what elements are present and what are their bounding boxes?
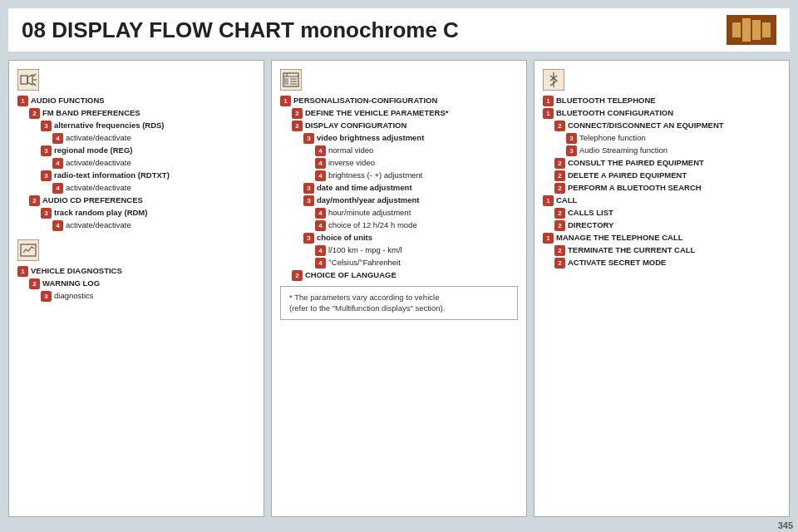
level-badge: 2 xyxy=(554,121,565,131)
level-badge: 2 xyxy=(29,278,40,289)
content-area: 1AUDIO FUNCTIONS2FM BAND PREFERENCES3alt… xyxy=(8,60,790,517)
icon-bar-1 xyxy=(732,22,741,37)
panel-middle: 1PERSONALISATION-CONFIGURATION2DEFINE TH… xyxy=(271,60,527,517)
list-item: 1VEHICLE DIAGNOSTICS xyxy=(17,266,255,277)
item-label: CONSULT THE PAIRED EQUIPMENT xyxy=(568,158,704,169)
item-label: diagnostics xyxy=(54,291,94,302)
list-item: 3Audio Streaming function xyxy=(566,145,781,156)
level-badge: 2 xyxy=(29,108,40,119)
item-label: activate/deactivate xyxy=(66,220,131,231)
level-badge: 2 xyxy=(554,220,565,231)
icon-bar-3 xyxy=(752,20,761,40)
item-label: alternative frequencies (RDS) xyxy=(54,121,165,131)
list-item: 1MANAGE THE TELEPHONE CALL xyxy=(543,233,781,244)
list-item: 2DEFINE THE VEHICLE PARAMETERS* xyxy=(292,108,518,119)
diag-icon xyxy=(17,239,39,261)
item-label: choice of units xyxy=(317,233,372,244)
item-label: Telephone function xyxy=(579,133,646,144)
level-badge: 3 xyxy=(41,208,52,219)
config-icon xyxy=(280,69,302,91)
list-item: 4hour/minute adjustment xyxy=(315,208,518,219)
level-badge: 1 xyxy=(543,195,554,206)
svg-rect-15 xyxy=(284,78,288,85)
list-item: 2WARNING LOG xyxy=(29,278,255,289)
level-badge: 4 xyxy=(52,133,63,144)
list-item: 2DELETE A PAIRED EQUIPMENT xyxy=(554,170,781,181)
list-item: 2PERFORM A BLUETOOTH SEARCH xyxy=(554,183,781,194)
item-label: activate/deactivate xyxy=(66,158,131,169)
right-panel-items: 1BLUETOOTH TELEPHONE1BLUETOOTH CONFIGURA… xyxy=(543,96,781,268)
item-label: ACTIVATE SECRET MODE xyxy=(568,258,666,268)
item-label: CONNECT/DISCONNECT AN EQUIPMENT xyxy=(568,121,724,131)
footnote: * The parameters vary according to vehic… xyxy=(280,286,518,320)
list-item: 1BLUETOOTH CONFIGURATION xyxy=(543,108,781,119)
config-icon-container xyxy=(280,69,518,92)
list-item: 2CALLS LIST xyxy=(554,208,781,219)
item-label: hour/minute adjustment xyxy=(328,208,411,219)
item-label: DEFINE THE VEHICLE PARAMETERS* xyxy=(305,108,448,119)
level-badge: 1 xyxy=(543,96,554,106)
bluetooth-icon-container xyxy=(543,69,781,92)
page-title: 08 DISPLAY FLOW CHART monochrome C xyxy=(22,17,459,43)
level-badge: 3 xyxy=(41,121,52,131)
level-badge: 2 xyxy=(29,195,40,206)
item-label: AUDIO CD PREFERENCES xyxy=(42,195,143,206)
item-label: brightness (- +) adjustment xyxy=(328,170,422,181)
footnote-text: * The parameters vary according to vehic… xyxy=(289,293,445,313)
level-badge: 4 xyxy=(52,158,63,169)
list-item: 2DISPLAY CONFIGURATION xyxy=(292,121,518,131)
item-label: DIRECTORY xyxy=(568,220,613,231)
list-item: 4inverse video xyxy=(315,158,518,169)
item-label: day/month/year adjustment xyxy=(317,195,420,206)
item-label: BLUETOOTH TELEPHONE xyxy=(556,96,656,106)
item-label: TERMINATE THE CURRENT CALL xyxy=(568,245,695,256)
level-badge: 3 xyxy=(303,133,314,144)
list-item: 3alternative frequencies (RDS) xyxy=(41,121,255,131)
level-badge: 4 xyxy=(315,158,326,169)
level-badge: 3 xyxy=(41,170,52,181)
icon-bar-2 xyxy=(742,18,751,42)
list-item: 3regional mode (REG) xyxy=(41,145,255,156)
list-item: 3choice of units xyxy=(303,233,518,244)
level-badge: 4 xyxy=(52,220,63,231)
list-item: 3video brightness adjustment xyxy=(303,133,518,144)
item-label: WARNING LOG xyxy=(42,278,100,289)
panel-left: 1AUDIO FUNCTIONS2FM BAND PREFERENCES3alt… xyxy=(8,60,264,517)
page-number: 345 xyxy=(778,520,793,530)
list-item: 4°Celsius/°Fahrenheit xyxy=(315,258,518,268)
item-label: CALLS LIST xyxy=(568,208,613,219)
list-item: 1AUDIO FUNCTIONS xyxy=(17,96,255,106)
item-label: normal video xyxy=(328,145,373,156)
item-label: choice of 12 h/24 h mode xyxy=(328,220,417,231)
level-badge: 4 xyxy=(315,170,326,181)
left-panel-items: 1AUDIO FUNCTIONS2FM BAND PREFERENCES3alt… xyxy=(17,96,255,302)
list-item: 4l/100 km - mpg - km/l xyxy=(315,245,518,256)
diag-icon-container xyxy=(17,239,255,263)
item-label: AUDIO FUNCTIONS xyxy=(31,96,105,106)
list-item: 4activate/deactivate xyxy=(52,220,255,231)
list-item: 2DIRECTORY xyxy=(554,220,781,231)
list-item: 4brightness (- +) adjustment xyxy=(315,170,518,181)
level-badge: 2 xyxy=(292,108,303,119)
list-item: 2ACTIVATE SECRET MODE xyxy=(554,258,781,268)
level-badge: 2 xyxy=(554,170,565,181)
page: 08 DISPLAY FLOW CHART monochrome C xyxy=(0,0,798,532)
level-badge: 4 xyxy=(315,258,326,268)
audio-icon-container xyxy=(17,69,255,92)
level-badge: 2 xyxy=(554,258,565,268)
list-item: 3diagnostics xyxy=(41,291,255,302)
level-badge: 3 xyxy=(303,183,314,194)
level-badge: 3 xyxy=(41,145,52,156)
header: 08 DISPLAY FLOW CHART monochrome C xyxy=(8,8,790,52)
list-item: 2AUDIO CD PREFERENCES xyxy=(29,195,255,206)
item-label: PERSONALISATION-CONFIGURATION xyxy=(293,96,437,106)
level-badge: 4 xyxy=(315,220,326,231)
level-badge: 3 xyxy=(303,233,314,244)
level-badge: 2 xyxy=(554,183,565,194)
item-label: l/100 km - mpg - km/l xyxy=(328,245,402,256)
list-item: 4activate/deactivate xyxy=(52,183,255,194)
section: 1AUDIO FUNCTIONS2FM BAND PREFERENCES3alt… xyxy=(17,96,255,231)
level-badge: 3 xyxy=(41,291,52,302)
list-item: 4activate/deactivate xyxy=(52,158,255,169)
item-label: Audio Streaming function xyxy=(579,145,667,156)
